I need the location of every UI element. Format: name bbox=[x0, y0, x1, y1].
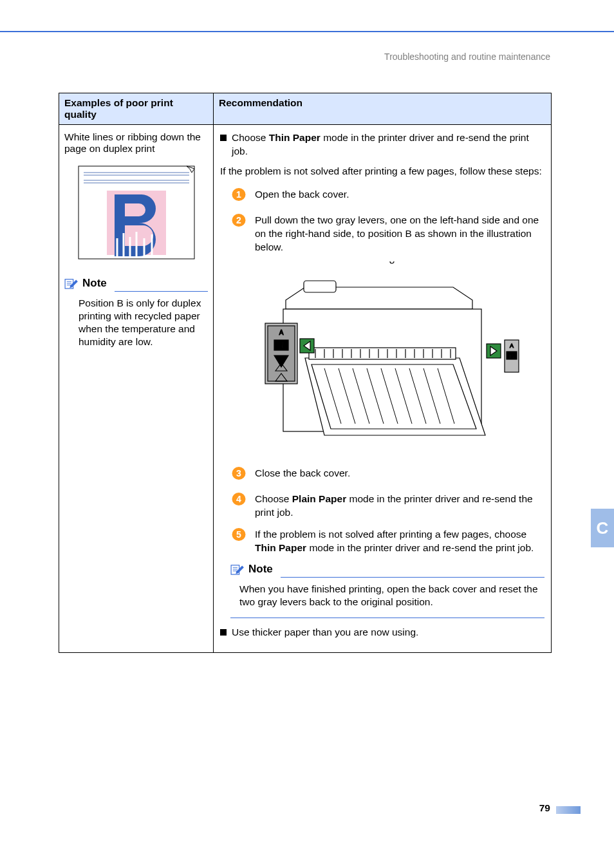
svg-text:2: 2 bbox=[236, 215, 241, 225]
svg-text:1: 1 bbox=[236, 189, 241, 200]
troubleshooting-table: Examples of poor print quality Recommend… bbox=[59, 93, 552, 653]
s5-pre: If the problem is not solved after print… bbox=[255, 529, 526, 540]
svg-point-48 bbox=[390, 261, 394, 263]
b1-bold: Thin Paper bbox=[269, 132, 321, 143]
recommendation-cell: Choose Thin Paper mode in the printer dr… bbox=[214, 125, 552, 653]
col2-header: Recommendation bbox=[214, 93, 552, 125]
step-2: 2 Pull down the two gray levers, one on … bbox=[232, 213, 544, 254]
step-number-icon: 5 bbox=[232, 527, 246, 542]
step-1-text: Open the back cover. bbox=[255, 187, 544, 202]
svg-text:A: A bbox=[510, 343, 514, 349]
left-note-label: Note bbox=[82, 277, 107, 290]
page-number: 79 bbox=[539, 802, 550, 814]
note-icon bbox=[64, 278, 79, 289]
s4-pre: Choose bbox=[255, 493, 292, 504]
note-rule bbox=[115, 291, 208, 292]
table-row: White lines or ribbing down the page on … bbox=[59, 125, 552, 653]
svg-text:5: 5 bbox=[236, 529, 241, 540]
problem-title: White lines or ribbing down the page on … bbox=[64, 131, 208, 155]
left-note-block: Note Position B is only for duplex print… bbox=[64, 277, 208, 349]
svg-text:A: A bbox=[279, 329, 284, 336]
example-cell: White lines or ribbing down the page on … bbox=[59, 125, 214, 653]
note-icon bbox=[230, 563, 245, 575]
b2-text: Use thicker paper than you are now using… bbox=[232, 626, 544, 639]
svg-text:3: 3 bbox=[236, 468, 241, 478]
s5-post: mode in the printer driver and re-send t… bbox=[306, 542, 534, 553]
step-3: 3 Close the back cover. bbox=[232, 466, 544, 484]
square-bullet-icon bbox=[220, 629, 227, 636]
step-1: 1 Open the back cover. bbox=[232, 187, 544, 205]
main-content: Examples of poor print quality Recommend… bbox=[59, 93, 551, 653]
steps-intro: If the problem is not solved after print… bbox=[220, 165, 544, 178]
note-rule bbox=[281, 577, 544, 578]
note-bottom-rule bbox=[230, 618, 544, 618]
svg-rect-31 bbox=[309, 348, 456, 359]
s4-bold: Plain Paper bbox=[292, 493, 346, 504]
step-number-icon: 1 bbox=[232, 187, 246, 202]
right-note-body: When you have finished printing, open th… bbox=[239, 583, 544, 609]
col1-header: Examples of poor print quality bbox=[59, 93, 214, 125]
b1-pre: Choose bbox=[232, 132, 269, 143]
svg-text:4: 4 bbox=[236, 494, 241, 504]
print-sample-illustration bbox=[72, 161, 201, 264]
svg-text:B: B bbox=[510, 354, 513, 359]
square-bullet-icon bbox=[220, 135, 227, 141]
section-tab: C bbox=[591, 509, 614, 547]
section-tab-label: C bbox=[597, 518, 609, 538]
step-number-icon: 2 bbox=[232, 213, 246, 227]
right-note-block: Note When you have finished printing, op… bbox=[220, 563, 544, 618]
top-blue-rule bbox=[0, 31, 614, 32]
printer-back-cover-illustration: A B bbox=[228, 261, 544, 455]
step-number-icon: 3 bbox=[232, 466, 246, 480]
step-3-text: Close the back cover. bbox=[255, 466, 544, 480]
right-note-label: Note bbox=[248, 563, 273, 576]
s5-bold: Thin Paper bbox=[255, 542, 306, 553]
left-note-body: Position B is only for duplex printing w… bbox=[79, 297, 208, 349]
recommendation-bullet-2: Use thicker paper than you are now using… bbox=[220, 626, 544, 639]
recommendation-bullet-1: Choose Thin Paper mode in the printer dr… bbox=[220, 131, 544, 158]
running-head: Troubleshooting and routine maintenance bbox=[384, 52, 550, 62]
page-number-bar bbox=[556, 806, 581, 814]
svg-rect-20 bbox=[304, 281, 336, 292]
svg-text:B: B bbox=[279, 342, 284, 349]
step-4: 4 Choose Plain Paper mode in the printer… bbox=[232, 492, 544, 520]
step-number-icon: 4 bbox=[232, 492, 246, 506]
step-2-text: Pull down the two gray levers, one on th… bbox=[255, 213, 544, 254]
step-5: 5 If the problem is not solved after pri… bbox=[232, 527, 544, 555]
